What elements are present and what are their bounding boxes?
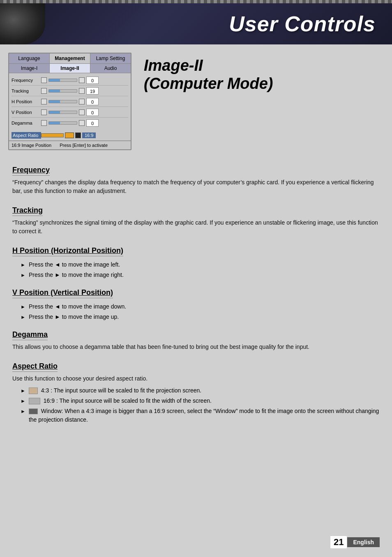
checkbox-frequency-2[interactable]	[79, 77, 85, 83]
ar-icon	[65, 132, 74, 138]
setting-h-position: H Position 0	[12, 96, 128, 107]
slider-frequency[interactable]	[48, 79, 77, 82]
section-frequency: Frequency “Frequency” changes the displa…	[12, 158, 380, 195]
text-vpos-up: Press the ► to move the image up.	[29, 313, 380, 321]
value-tracking: 19	[86, 87, 99, 95]
bullet-169: ► 16:9 : The input source will be scaled…	[21, 397, 380, 405]
status-enter-hint: Press [Enter] to activate	[60, 143, 108, 148]
page-title: User Controls	[229, 12, 376, 36]
slider-degamma[interactable]	[48, 121, 77, 125]
status-image-position: 16:9 Image Position	[12, 143, 51, 148]
controls-h-position: 0	[41, 98, 128, 105]
controls-frequency: 0	[41, 77, 128, 84]
logo	[0, 3, 45, 44]
label-aspect-ratio: Aspect Ratio	[12, 132, 41, 139]
arrow-icon: ►	[21, 272, 25, 279]
tab-lamp-setting[interactable]: Lamp Setting	[90, 53, 131, 63]
arrow-icon: ►	[21, 303, 25, 311]
label-degamma: Degamma	[12, 121, 41, 125]
tab-row-2: Image-I Image-II Audio	[9, 64, 131, 73]
text-frequency: “Frequency” changes the display data fre…	[12, 178, 380, 195]
section-aspect-ratio: Aspect Ratio Use this function to choose…	[12, 355, 380, 424]
heading-h-position: H Position (Horizontal Position)	[12, 246, 123, 256]
ar-checkbox[interactable]	[75, 132, 81, 138]
setting-frequency: Frequency 0	[12, 75, 128, 86]
text-43: 4:3 : The input source will be scaled to…	[29, 386, 380, 395]
bullet-hpos-right: ► Press the ► to move the image right.	[21, 271, 380, 279]
tab-management[interactable]: Management	[50, 53, 90, 63]
page-subtitle: Image-II (Computer Mode)	[144, 57, 380, 93]
arrow-icon: ►	[21, 313, 25, 321]
section-v-position: V Position (Vertical Position) ► Press t…	[12, 281, 380, 321]
page-number: 21	[330, 536, 347, 549]
status-row: 16:9 Image Position Press [Enter] to act…	[9, 141, 131, 149]
controls-aspect-ratio: 16:9	[41, 132, 128, 138]
header: User Controls	[0, 3, 392, 44]
label-frequency: Frequency	[12, 78, 41, 83]
checkbox-degamma-2[interactable]	[79, 120, 85, 126]
slider-tracking[interactable]	[48, 89, 77, 93]
text-aspect-ratio: Use this function to choose your desired…	[12, 374, 380, 383]
text-window: Window: When a 4:3 image is bigger than …	[29, 407, 380, 424]
footer: 21 English	[330, 536, 380, 549]
settings-panel: Language Management Lamp Setting Image-I…	[8, 53, 131, 150]
bullet-hpos-left: ► Press the ◄ to move the image left.	[21, 260, 380, 269]
bullet-vpos-down: ► Press the ◄ to move the image down.	[21, 302, 380, 311]
section-h-position: H Position (Horizontal Position) ► Press…	[12, 239, 380, 279]
setting-v-position: V Position 0	[12, 107, 128, 118]
controls-tracking: 19	[41, 87, 128, 95]
slider-vpos[interactable]	[48, 111, 77, 114]
checkbox-hpos-2[interactable]	[79, 99, 85, 104]
bullet-window: ► Window: When a 4:3 image is bigger tha…	[21, 407, 380, 424]
checkbox-tracking-2[interactable]	[79, 88, 85, 94]
checkbox-hpos[interactable]	[41, 99, 47, 104]
arrow-icon: ►	[21, 261, 25, 269]
heading-v-position: V Position (Vertical Position)	[12, 288, 113, 298]
text-degamma: This allows you to choose a degamma tabl…	[12, 343, 380, 351]
icon-43	[29, 388, 38, 394]
heading-degamma: Degamma	[12, 330, 48, 340]
value-aspect-ratio: 16:9	[82, 132, 96, 138]
heading-frequency: Frequency	[12, 166, 50, 176]
heading-tracking: Tracking	[12, 206, 43, 216]
checkbox-frequency[interactable]	[41, 77, 47, 83]
text-tracking: “Tracking” synchronizes the signal timin…	[12, 218, 380, 236]
checkbox-degamma[interactable]	[41, 120, 47, 126]
ui-panel: Language Management Lamp Setting Image-I…	[8, 53, 131, 150]
controls-degamma: 0	[41, 119, 128, 127]
icon-169	[29, 398, 40, 404]
value-vpos: 0	[86, 109, 99, 116]
subtitle-line2: (Computer Mode)	[144, 75, 273, 92]
checkbox-tracking[interactable]	[41, 88, 47, 94]
language-badge: English	[347, 537, 380, 547]
arrow-icon: ►	[21, 408, 25, 415]
tab-image-i[interactable]: Image-I	[9, 64, 50, 73]
label-h-position: H Position	[12, 99, 41, 104]
section-degamma: Degamma This allows you to choose a dega…	[12, 323, 380, 351]
label-tracking: Tracking	[12, 88, 41, 93]
tab-image-ii[interactable]: Image-II	[50, 64, 90, 73]
label-v-position: V Position	[12, 110, 41, 115]
text-hpos-left: Press the ◄ to move the image left.	[29, 260, 380, 269]
value-degamma: 0	[86, 119, 99, 127]
checkbox-vpos[interactable]	[41, 109, 47, 115]
checkbox-vpos-2[interactable]	[79, 109, 85, 115]
text-hpos-right: Press the ► to move the image right.	[29, 271, 380, 279]
slider-hpos[interactable]	[48, 100, 77, 103]
controls-v-position: 0	[41, 109, 128, 116]
value-frequency: 0	[86, 77, 99, 84]
settings-area: Frequency 0 Tracking 19	[9, 73, 131, 130]
setting-degamma: Degamma 0	[12, 118, 128, 128]
setting-tracking: Tracking 19	[12, 86, 128, 96]
main-content: Language Management Lamp Setting Image-I…	[0, 44, 392, 158]
tab-audio[interactable]: Audio	[90, 64, 131, 73]
setting-aspect-ratio: Aspect Ratio 16:9	[9, 130, 131, 141]
slider-aspect-ratio[interactable]	[41, 133, 64, 137]
tab-language[interactable]: Language	[9, 53, 50, 63]
text-169: 16:9 : The input source will be scaled t…	[29, 397, 380, 405]
tab-row-1: Language Management Lamp Setting	[9, 53, 131, 64]
top-stripe	[0, 0, 392, 3]
heading-aspect-ratio: Aspect Ratio	[12, 362, 58, 372]
value-hpos: 0	[86, 98, 99, 105]
arrow-icon: ►	[21, 397, 25, 405]
